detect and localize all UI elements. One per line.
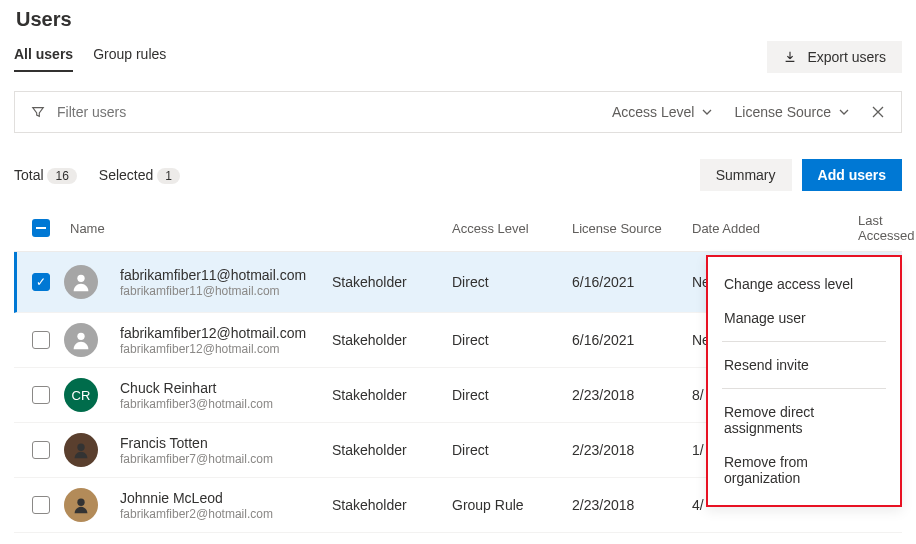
- avatar: [64, 323, 98, 357]
- filter-bar: Access Level License Source: [14, 91, 902, 133]
- summary-button[interactable]: Summary: [700, 159, 792, 191]
- row-added: 2/23/2018: [572, 387, 692, 403]
- license-source-dropdown[interactable]: License Source: [734, 104, 849, 120]
- add-users-button[interactable]: Add users: [802, 159, 902, 191]
- menu-divider: [722, 341, 886, 342]
- page-title: Users: [14, 8, 902, 31]
- col-added[interactable]: Date Added: [692, 221, 858, 236]
- table-header: Name Access Level License Source Date Ad…: [14, 205, 902, 252]
- svg-point-0: [77, 275, 84, 282]
- row-secondary: fabrikamfiber11@hotmail.com: [120, 284, 332, 298]
- row-added: 6/16/2021: [572, 332, 692, 348]
- users-table: Name Access Level License Source Date Ad…: [14, 205, 902, 533]
- selected-label-group: Selected 1: [99, 167, 180, 183]
- row-secondary: fabrikamfiber2@hotmail.com: [120, 507, 332, 521]
- row-access: Stakeholder: [332, 332, 452, 348]
- chevron-down-icon: [702, 107, 712, 117]
- row-added: 6/16/2021: [572, 274, 692, 290]
- row-secondary: fabrikamfiber12@hotmail.com: [120, 342, 332, 356]
- row-primary: Chuck Reinhart: [120, 380, 332, 396]
- menu-divider: [722, 388, 886, 389]
- tab-group-rules[interactable]: Group rules: [93, 42, 166, 72]
- menu-resend-invite[interactable]: Resend invite: [708, 348, 900, 382]
- row-context-menu: Change access level Manage user Resend i…: [706, 255, 902, 507]
- row-primary: fabrikamfiber11@hotmail.com: [120, 267, 332, 283]
- row-added: 2/23/2018: [572, 442, 692, 458]
- tab-all-users[interactable]: All users: [14, 42, 73, 72]
- export-users-label: Export users: [807, 49, 886, 65]
- row-checkbox[interactable]: [32, 496, 50, 514]
- row-secondary: fabrikamfiber3@hotmail.com: [120, 397, 332, 411]
- row-license: Direct: [452, 387, 572, 403]
- total-label-group: Total 16: [14, 167, 77, 183]
- svg-point-2: [77, 444, 84, 451]
- row-license: Group Rule: [452, 497, 572, 513]
- menu-change-access[interactable]: Change access level: [708, 267, 900, 301]
- row-license: Direct: [452, 442, 572, 458]
- clear-filter-icon[interactable]: [871, 105, 885, 119]
- license-source-dropdown-label: License Source: [734, 104, 831, 120]
- access-level-dropdown[interactable]: Access Level: [612, 104, 712, 120]
- col-license[interactable]: License Source: [572, 221, 692, 236]
- col-accessed[interactable]: Last Accessed↑: [858, 213, 898, 243]
- total-count-badge: 16: [47, 168, 76, 184]
- access-level-dropdown-label: Access Level: [612, 104, 694, 120]
- row-primary: Francis Totten: [120, 435, 332, 451]
- row-license: Direct: [452, 332, 572, 348]
- row-checkbox[interactable]: [32, 441, 50, 459]
- avatar: [64, 265, 98, 299]
- row-primary: Johnnie McLeod: [120, 490, 332, 506]
- row-access: Stakeholder: [332, 274, 452, 290]
- menu-remove-org[interactable]: Remove from organization: [708, 445, 900, 495]
- svg-point-3: [77, 499, 84, 506]
- select-all-checkbox[interactable]: [32, 219, 50, 237]
- row-access: Stakeholder: [332, 497, 452, 513]
- row-primary: fabrikamfiber12@hotmail.com: [120, 325, 332, 341]
- export-users-button[interactable]: Export users: [767, 41, 902, 73]
- col-name[interactable]: Name: [64, 221, 332, 236]
- menu-remove-direct[interactable]: Remove direct assignments: [708, 395, 900, 445]
- selected-count-badge: 1: [157, 168, 180, 184]
- menu-manage-user[interactable]: Manage user: [708, 301, 900, 335]
- col-access[interactable]: Access Level: [452, 221, 572, 236]
- tab-bar: All users Group rules Export users: [14, 41, 902, 73]
- avatar: CR: [64, 378, 98, 412]
- row-access: Stakeholder: [332, 387, 452, 403]
- filter-input[interactable]: [57, 104, 257, 120]
- row-checkbox[interactable]: [32, 386, 50, 404]
- row-checkbox[interactable]: [32, 331, 50, 349]
- avatar: [64, 488, 98, 522]
- row-secondary: fabrikamfiber7@hotmail.com: [120, 452, 332, 466]
- row-access: Stakeholder: [332, 442, 452, 458]
- summary-row: Total 16 Selected 1 Summary Add users: [14, 159, 902, 191]
- svg-point-1: [77, 333, 84, 340]
- avatar: [64, 433, 98, 467]
- download-icon: [783, 50, 797, 64]
- row-added: 2/23/2018: [572, 497, 692, 513]
- filter-icon: [31, 105, 45, 119]
- row-checkbox[interactable]: [32, 273, 50, 291]
- chevron-down-icon: [839, 107, 849, 117]
- row-license: Direct: [452, 274, 572, 290]
